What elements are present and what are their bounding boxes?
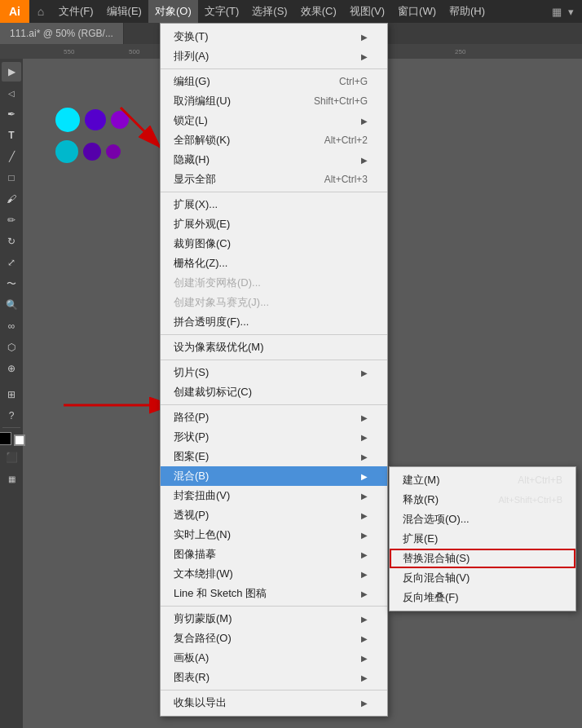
stroke-color[interactable] xyxy=(14,435,25,446)
blend-options[interactable]: 混合选项(O)... xyxy=(390,510,575,529)
menu-help[interactable]: 帮助(H) xyxy=(443,0,492,23)
menu-item-ungroup[interactable]: 取消编组(U) Shift+Ctrl+G xyxy=(161,91,387,111)
menu-item-pixel-optimize[interactable]: 设为像素级优化(M) xyxy=(161,338,387,357)
direct-select-tool[interactable]: ◁ xyxy=(2,83,21,103)
menu-item-live-paint[interactable]: 实时上色(N) ▶ xyxy=(161,525,387,545)
separator-4 xyxy=(161,360,387,360)
menu-item-slice[interactable]: 切片(S) ▶ xyxy=(161,363,387,382)
menu-item-artboard[interactable]: 画板(A) ▶ xyxy=(161,648,387,668)
menu-item-graph[interactable]: 图表(R) ▶ xyxy=(161,668,387,687)
menu-item-create-slice[interactable]: 创建裁切标记(C) xyxy=(161,382,387,402)
menu-window[interactable]: 窗口(W) xyxy=(391,0,443,23)
select-tool[interactable]: ▶ xyxy=(2,62,21,82)
menu-item-path[interactable]: 路径(P) ▶ xyxy=(161,408,387,427)
menu-bar-right: ▦ ▾ xyxy=(549,6,582,18)
paintbrush-tool[interactable]: 🖌 xyxy=(2,189,21,209)
menu-item-arrange[interactable]: 排列(A) ▶ xyxy=(161,46,387,66)
layout-icon[interactable]: ▦ xyxy=(549,6,565,18)
menu-item-blend[interactable]: 混合(B) ▶ 建立(M) Alt+Ctrl+B 释放(R) Alt+Shift… xyxy=(161,466,387,486)
menu-item-text-wrap[interactable]: 文本绕排(W) ▶ xyxy=(161,564,387,584)
menu-item-envelope[interactable]: 封套扭曲(V) ▶ xyxy=(161,486,387,505)
blend-tool[interactable]: ∞ xyxy=(2,316,21,336)
blend-make[interactable]: 建立(M) Alt+Ctrl+B xyxy=(390,470,575,490)
gradient-swatch[interactable]: ▦ xyxy=(2,469,21,488)
menu-item-expand[interactable]: 扩展(X)... xyxy=(161,195,387,214)
menu-file[interactable]: 文件(F) xyxy=(52,0,100,23)
menu-item-hide[interactable]: 隐藏(H) ▶ xyxy=(161,150,387,170)
menu-item-flatten[interactable]: 拼合透明度(F)... xyxy=(161,312,387,332)
blend-expand[interactable]: 扩展(E) xyxy=(390,529,575,549)
unknown-tool1[interactable]: ? xyxy=(2,406,21,426)
color-mode-toggle[interactable]: ⬛ xyxy=(2,448,21,467)
menu-text[interactable]: 文字(T) xyxy=(198,0,246,23)
separator-3 xyxy=(161,334,387,335)
separator-1 xyxy=(161,68,387,69)
menu-bar: Ai ⌂ 文件(F) 编辑(E) 对象(O) 文字(T) 选择(S) 效果(C)… xyxy=(0,0,582,23)
pencil-tool[interactable]: ✏ xyxy=(2,210,21,230)
rect-tool[interactable]: □ xyxy=(2,168,21,188)
scale-tool[interactable]: ⤢ xyxy=(2,253,21,272)
menu-item-line-sketch[interactable]: Line 和 Sketch 图稿 ▶ xyxy=(161,584,387,603)
rotate-tool[interactable]: ↻ xyxy=(2,232,21,251)
arrange-icon[interactable]: ▾ xyxy=(565,6,577,18)
separator-2 xyxy=(161,192,387,192)
eyedropper-tool[interactable]: 🔍 xyxy=(2,295,21,315)
menu-select[interactable]: 选择(S) xyxy=(245,0,293,23)
menu-item-image-trace[interactable]: 图像描摹 ▶ xyxy=(161,545,387,564)
menu-item-unlock-all[interactable]: 全部解锁(K) Alt+Ctrl+2 xyxy=(161,130,387,150)
menu-object[interactable]: 对象(O) xyxy=(148,0,198,23)
artboard-tool[interactable]: ⊞ xyxy=(2,385,21,404)
zoom-tool[interactable]: ⊕ xyxy=(2,359,21,378)
left-toolbar: ▶ ◁ ✒ T ╱ □ 🖌 ✏ ↻ ⤢ 〜 🔍 ∞ ⬡ ⊕ ⊞ ? ⬛ ▦ xyxy=(0,59,23,728)
menu-item-gradient-mesh: 创建渐变网格(D)... xyxy=(161,273,387,293)
pen-tool[interactable]: ✒ xyxy=(2,104,21,124)
fill-color[interactable] xyxy=(0,432,11,445)
warp-tool[interactable]: 〜 xyxy=(2,274,21,293)
blend-reverse-stack[interactable]: 反向堆叠(F) xyxy=(390,588,575,607)
menu-item-shape[interactable]: 形状(P) ▶ xyxy=(161,427,387,447)
blend-release[interactable]: 释放(R) Alt+Shift+Ctrl+B xyxy=(390,490,575,510)
menu-item-pattern[interactable]: 图案(E) ▶ xyxy=(161,447,387,466)
separator-7 xyxy=(161,690,387,690)
home-icon[interactable]: ⌂ xyxy=(29,0,52,23)
menu-item-compound-path[interactable]: 复合路径(O) ▶ xyxy=(161,629,387,648)
menu-item-clipping[interactable]: 剪切蒙版(M) ▶ xyxy=(161,609,387,629)
line-tool[interactable]: ╱ xyxy=(2,147,21,166)
menu-item-mosaic: 创建对象马赛克(J)... xyxy=(161,293,387,312)
menu-item-collect-export[interactable]: 收集以导出 ▶ xyxy=(161,693,387,713)
menu-item-show-all[interactable]: 显示全部 Alt+Ctrl+3 xyxy=(161,170,387,189)
menu-item-expand-appearance[interactable]: 扩展外观(E) xyxy=(161,214,387,234)
blend-submenu: 建立(M) Alt+Ctrl+B 释放(R) Alt+Shift+Ctrl+B … xyxy=(389,466,576,611)
menu-item-transform[interactable]: 变换(T) ▶ xyxy=(161,27,387,46)
menu-item-crop-image[interactable]: 裁剪图像(C) xyxy=(161,234,387,254)
document-tab[interactable]: 111.ai* @ 50% (RGB/... xyxy=(0,23,124,44)
menu-item-lock[interactable]: 锁定(L) ▶ xyxy=(161,111,387,130)
live-paint-tool[interactable]: ⬡ xyxy=(2,338,21,357)
menu-item-group[interactable]: 编组(G) Ctrl+G xyxy=(161,72,387,91)
menu-item-rasterize[interactable]: 栅格化(Z)... xyxy=(161,254,387,273)
menu-view[interactable]: 视图(V) xyxy=(343,0,391,23)
blend-reverse-spine[interactable]: 反向混合轴(V) xyxy=(390,568,575,588)
menu-edit[interactable]: 编辑(E) xyxy=(100,0,148,23)
menu-items: 文件(F) 编辑(E) 对象(O) 文字(T) 选择(S) 效果(C) 视图(V… xyxy=(52,0,492,23)
menu-effect[interactable]: 效果(C) xyxy=(294,0,343,23)
menu-item-perspective[interactable]: 透视(P) ▶ xyxy=(161,505,387,525)
type-tool[interactable]: T xyxy=(2,126,21,145)
object-menu-dropdown: 变换(T) ▶ 排列(A) ▶ 编组(G) Ctrl+G 取消编组(U) Shi… xyxy=(160,23,388,717)
app-logo: Ai xyxy=(0,0,29,23)
separator-5 xyxy=(161,404,387,405)
separator-6 xyxy=(161,606,387,607)
blend-replace-spine[interactable]: 替换混合轴(S) xyxy=(390,549,575,568)
